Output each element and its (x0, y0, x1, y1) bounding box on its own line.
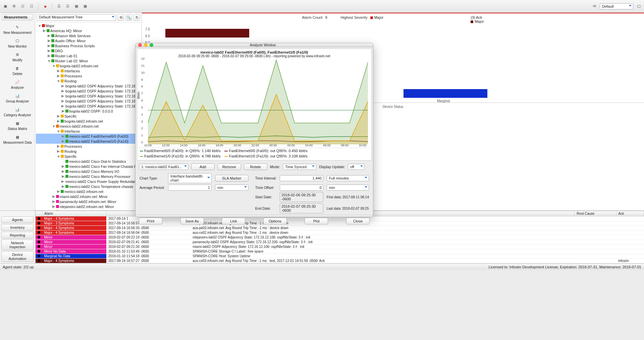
tree-node[interactable]: ▶panamacity-lab02.infosim.net: Minor (36, 199, 142, 204)
tree-node[interactable]: ▶rdejaneiro-lab02.infosim.net: Minor (36, 204, 142, 209)
tree-node[interactable]: ▶bogota-lab02 OSPF Adjacency State: 172.… (36, 83, 142, 88)
monitor-icon[interactable]: 🖵 (636, 4, 641, 9)
alarm-row[interactable]: Major - 4 Symptoms2017-09-14 16:57:27 -0… (36, 259, 644, 263)
time-offset-input[interactable]: 0 (280, 185, 323, 191)
tree-node[interactable]: ▶Amazon Web Services (36, 33, 142, 38)
tree-twisty[interactable]: ▶ (57, 144, 60, 148)
remove-button[interactable]: Remove (217, 163, 241, 170)
time-interval-input[interactable]: 1,440 (280, 175, 323, 181)
tree-node[interactable]: ▶mexico-lab02 FastEthernet0/0 (Fa0/0) (36, 134, 142, 139)
bottom-tab[interactable]: Agents (1, 216, 34, 223)
gear-icon[interactable]: ⚙ (11, 4, 17, 9)
tree-twisty[interactable]: ▶ (52, 204, 55, 209)
tree-twisty[interactable]: ▼ (38, 24, 41, 28)
minimize-icon[interactable] (144, 43, 148, 47)
tree-twisty[interactable]: ▶ (61, 94, 64, 98)
sidebar-item-2[interactable]: ⚙Modify (2, 50, 32, 64)
tree-twisty[interactable]: ▶ (61, 99, 64, 103)
tree-twisty[interactable]: ▼ (52, 124, 55, 128)
tree-twisty[interactable]: ▶ (61, 169, 65, 174)
alarm-row[interactable]: Minor2018-02-07 09:21:20 -0600miami-lab0… (36, 245, 644, 249)
bottom-tab[interactable]: Reporting (1, 232, 34, 239)
list-icon[interactable]: ☰ (56, 4, 62, 9)
tree-twisty[interactable]: ▶ (61, 164, 65, 168)
tree-twisty[interactable]: ▼ (52, 210, 55, 211)
tree-node[interactable]: ▶Router Lab 01 (36, 53, 142, 58)
alarm-row[interactable]: Major - 4 Symptoms2017-09-14 16:56:04 -0… (36, 230, 644, 235)
tree-node[interactable]: ▶bogota-lab02.infosim.net (36, 119, 142, 124)
bottom-tab[interactable]: Inventory (1, 224, 34, 231)
alarm-row[interactable]: Minor2018-02-07 09:22:19 -0600rdejaneiro… (36, 235, 644, 240)
alarm-col[interactable]: Ack (616, 211, 644, 216)
tree-twisty[interactable]: ▶ (61, 89, 64, 93)
options-button[interactable]: Options (263, 218, 287, 224)
tree-node[interactable]: ▼Interfaces (36, 129, 142, 134)
alarm-row[interactable]: Marginal No Data2018-01-10 11:54:18 -060… (36, 254, 644, 259)
tree-node[interactable]: ▶Americas HQ: Minor (36, 28, 142, 33)
avg-period-unit[interactable]: min (215, 185, 249, 191)
tree-twisty[interactable]: ▶ (57, 114, 60, 118)
save-icon[interactable]: ▣ (3, 4, 8, 9)
tree-twisty[interactable]: ▶ (57, 149, 60, 153)
sidebar-item-7[interactable]: ▦Status Matrix (2, 119, 32, 132)
tree-twisty[interactable]: ▶ (61, 174, 65, 179)
stop-icon[interactable]: ■ (43, 4, 48, 9)
alarm-col[interactable]: Alarm (42, 211, 106, 216)
tree-node[interactable]: ▶Processors (36, 73, 142, 78)
refresh-button[interactable]: ⟲ (117, 14, 124, 21)
theme-select[interactable]: Default (600, 3, 633, 9)
tree-node[interactable]: ▼mexico-lab02.infosim.net (36, 124, 142, 129)
reload-button[interactable]: ↻ (133, 14, 140, 21)
tree-node[interactable]: ▶bogota-lab02 OSPF: 0.0.0.0 (36, 109, 142, 114)
alarm-row[interactable]: Major - 4 Symptoms2017-09-14 16:56:33 -0… (36, 226, 644, 230)
tree-twisty[interactable]: ▶ (52, 194, 55, 199)
tree-twisty[interactable]: ▶ (57, 69, 60, 73)
link-button[interactable]: Link (222, 218, 245, 224)
tree-twisty[interactable]: ▼ (52, 64, 55, 68)
alarm-row[interactable]: Minor2018-02-07 09:21:41 -0600panamacity… (36, 240, 644, 245)
tree-node[interactable]: ▶Austin Office: Minor (36, 38, 142, 43)
tree-node[interactable]: ▶mexico-lab02 Cisco Memory Processor (36, 174, 142, 179)
tree-node[interactable]: ▶mexico-lab02 FastEthernet1/0 (Fa1/0) (36, 139, 142, 144)
sidebar-item-3[interactable]: 🗑Delete (2, 64, 32, 77)
tree-node[interactable]: ▼Major (36, 23, 142, 28)
grid-icon[interactable]: ▦ (74, 4, 79, 9)
tree-node[interactable]: ▼bogota-lab02.infosim.net (36, 63, 142, 68)
tree-node[interactable]: ▶mexico-lab02 Cisco Memory I/O (36, 169, 142, 174)
tree-node[interactable]: ▼Specific (36, 154, 142, 159)
tree-twisty[interactable]: ▶ (47, 49, 51, 53)
tree-node[interactable]: ▶bogota-lab02 OSPF Adjacency State: 172.… (36, 93, 142, 98)
tree-twisty[interactable]: ▶ (52, 199, 55, 204)
tree-node[interactable]: ▶Interfaces (36, 68, 142, 73)
tree-node[interactable]: ▶mexico-lab02 Cisco Fan Internal Chassis… (36, 164, 142, 169)
tree-select[interactable]: Default Measurement Tree (37, 14, 116, 21)
tree-twisty[interactable]: ▶ (61, 84, 64, 88)
tree-node[interactable]: mexico-lab02 Cisco Dial-In Statistics (36, 159, 142, 164)
tree-node[interactable]: ▼santiago-lab02.infosim.net (36, 209, 142, 210)
alarm-col[interactable] (36, 211, 42, 216)
alarm-row[interactable]: Major - 6 Symptoms2017-09-14 16:56:18 -0… (36, 263, 644, 264)
tree-twisty[interactable]: ▶ (43, 28, 46, 33)
save-as-button[interactable]: Save As (180, 218, 204, 224)
rotate-button[interactable]: Rotate (244, 163, 267, 170)
avg-period-input[interactable]: 1 (168, 185, 212, 191)
tree-node[interactable]: ▶mexico-lab02 Cisco Temperature chassis (36, 184, 142, 189)
tree-twisty[interactable]: ▶ (57, 189, 60, 194)
alarm-row[interactable]: Minor No Data2018-01-10 11:53:49 -0600SP… (36, 249, 644, 254)
time-interval-unit[interactable]: Full minutes (327, 175, 369, 181)
tree-twisty[interactable]: ▼ (57, 154, 60, 158)
zoom-icon[interactable] (150, 43, 153, 47)
tree-twisty[interactable]: ▶ (47, 33, 51, 38)
tree-twisty[interactable]: ▶ (61, 109, 65, 113)
list2-icon[interactable]: ☰ (65, 4, 70, 9)
tree-twisty[interactable]: ▼ (57, 129, 60, 133)
close-icon[interactable] (138, 43, 142, 47)
tree-twisty[interactable]: ▶ (57, 74, 60, 78)
time-offset-unit[interactable]: min (327, 185, 369, 191)
bottom-tab[interactable]: Device Automation (1, 251, 34, 262)
tree-node[interactable]: ▶Routing (36, 149, 142, 154)
tree-icon[interactable]: ☷ (20, 4, 25, 9)
print-button[interactable]: Print (139, 218, 162, 224)
tree-node[interactable]: ▶bogota-lab02 OSPF Adjacency State: 172.… (36, 104, 142, 109)
add-button[interactable]: Add (191, 163, 215, 170)
